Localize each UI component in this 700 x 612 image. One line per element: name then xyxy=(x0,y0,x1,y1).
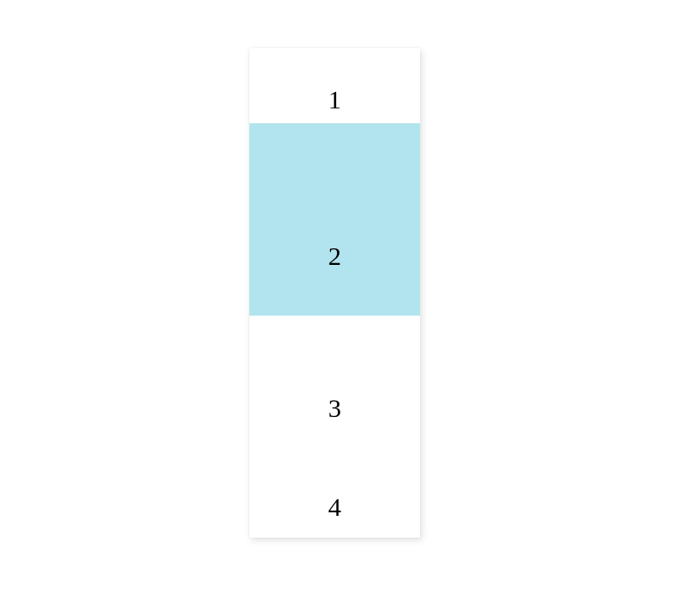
list-item: 4 xyxy=(249,492,420,522)
list-item-highlighted: 2 xyxy=(249,123,420,316)
list-item: 3 xyxy=(249,393,420,423)
list-item-label: 2 xyxy=(249,241,420,271)
list-panel: 1 2 3 4 xyxy=(249,48,420,538)
list-item: 1 xyxy=(249,48,420,115)
